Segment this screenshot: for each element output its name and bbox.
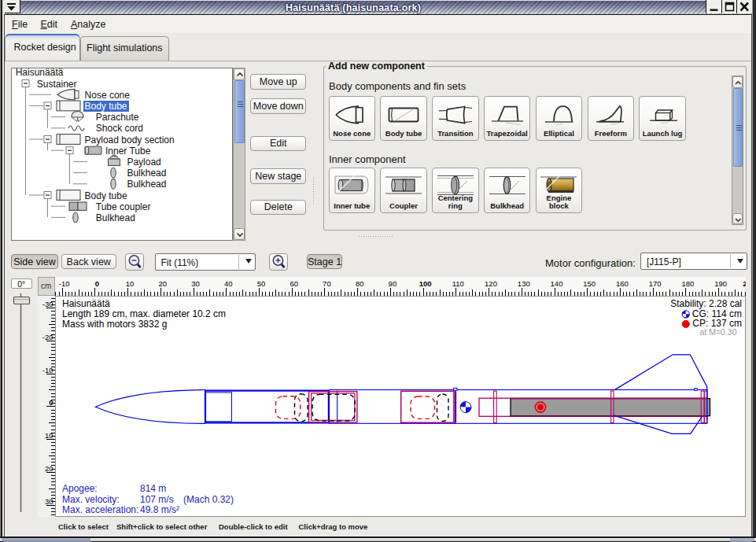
svg-text:90: 90	[388, 279, 396, 288]
svg-text:49.8 m/s²: 49.8 m/s²	[140, 504, 179, 515]
svg-text:50: 50	[256, 279, 265, 288]
svg-text:Apogee:: Apogee:	[62, 483, 98, 494]
svg-text:Haisunäätä: Haisunäätä	[62, 297, 110, 308]
svg-text:60: 60	[289, 279, 298, 288]
svg-text:170: 170	[648, 279, 661, 288]
svg-text:190: 190	[714, 279, 727, 288]
svg-text:at M=0.30: at M=0.30	[699, 327, 736, 337]
svg-text:30: 30	[45, 496, 53, 505]
svg-text:-20: -20	[42, 332, 53, 341]
svg-text:814 m: 814 m	[140, 483, 166, 494]
svg-text:Stability: 2.28 cal: Stability: 2.28 cal	[670, 297, 742, 308]
svg-text:180: 180	[681, 279, 694, 288]
svg-text:20: 20	[45, 463, 53, 472]
svg-text:100: 100	[419, 279, 431, 288]
svg-text:(Mach 0.32): (Mach 0.32)	[183, 493, 234, 504]
svg-text:0: 0	[49, 398, 53, 407]
svg-text:Max. acceleration:: Max. acceleration:	[62, 504, 138, 515]
svg-text:10: 10	[45, 431, 53, 440]
svg-text:70: 70	[323, 279, 331, 288]
svg-text:Mass with motors 3832 g: Mass with motors 3832 g	[62, 319, 167, 330]
svg-text:160: 160	[615, 279, 628, 288]
svg-text:107 m/s: 107 m/s	[140, 493, 174, 504]
svg-text:130: 130	[517, 279, 529, 288]
svg-text:140: 140	[550, 279, 562, 288]
svg-text:120: 120	[485, 279, 497, 288]
svg-text:-30: -30	[42, 300, 53, 308]
svg-text:0: 0	[94, 279, 98, 288]
svg-text:Length 189 cm, max. diameter 1: Length 189 cm, max. diameter 10.2 cm	[62, 308, 226, 319]
svg-text:20: 20	[158, 279, 167, 288]
svg-text:-10: -10	[58, 279, 69, 288]
svg-text:80: 80	[355, 279, 363, 288]
svg-text:2: 2	[743, 279, 746, 288]
svg-text:-10: -10	[42, 365, 53, 374]
svg-text:40: 40	[224, 279, 233, 288]
svg-text:110: 110	[452, 279, 463, 288]
svg-text:30: 30	[191, 279, 200, 288]
svg-text:Max. velocity:: Max. velocity:	[62, 493, 120, 504]
svg-text:10: 10	[125, 279, 134, 288]
svg-text:150: 150	[583, 279, 596, 288]
